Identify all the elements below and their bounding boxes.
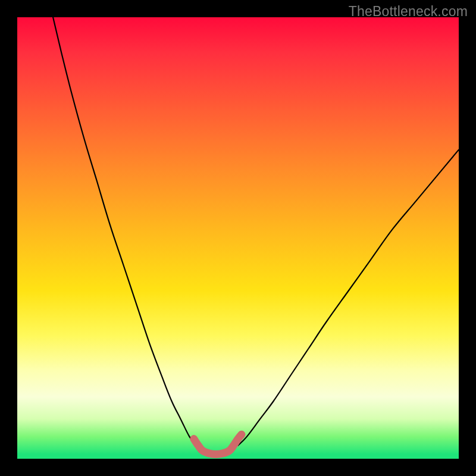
curve-trough-highlight (194, 434, 242, 454)
chart-frame: TheBottleneck.com (0, 0, 476, 476)
chart-svg (17, 17, 459, 459)
curve-left-branch (53, 17, 196, 446)
plot-area (17, 17, 459, 459)
curve-right-branch (238, 150, 459, 446)
